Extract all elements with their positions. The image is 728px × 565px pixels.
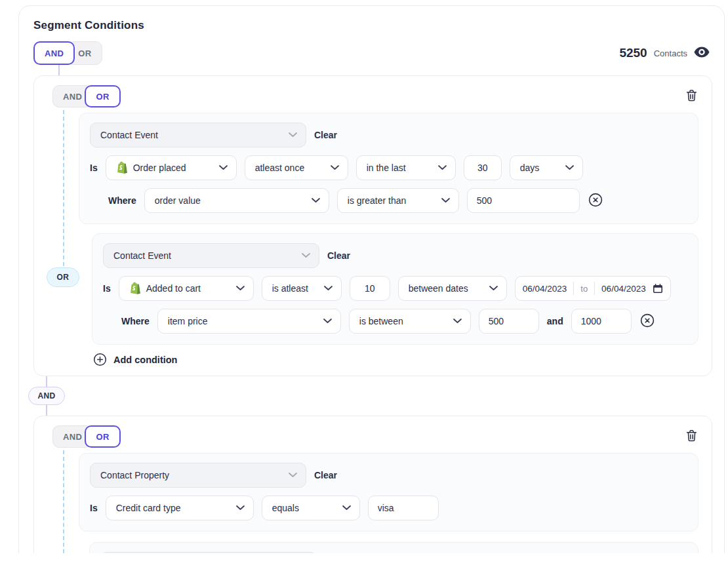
calendar-icon[interactable] (653, 283, 663, 294)
group-joiner: AND (28, 376, 65, 416)
root-operator-row: AND OR 5250 Contacts (33, 41, 712, 65)
chevron-down-icon (236, 505, 245, 511)
condition1-type-row: Contact Event Clear (90, 123, 687, 147)
date-from-value[interactable]: 06/04/2023 (523, 284, 567, 294)
condition1-where-property-select[interactable]: order value (144, 188, 329, 213)
joiner-line-bottom (46, 405, 47, 416)
condition2-where-property-select[interactable]: item price (157, 309, 341, 334)
condition1-remove-where-button[interactable] (588, 192, 603, 210)
where-label: Where (121, 316, 150, 326)
condition2-remove-where-button[interactable] (639, 313, 655, 330)
chevron-down-icon (441, 198, 450, 203)
is-label: Is (90, 503, 98, 513)
chevron-down-icon (453, 319, 462, 324)
shopify-icon (129, 282, 140, 295)
condition2-where-max-input[interactable] (571, 309, 632, 334)
condition-card-3: Contact Property Clear Is Credit card ty… (79, 453, 698, 532)
condition1-timeframe-unit-select[interactable]: days (510, 155, 583, 180)
condition1-event-row: Is Order placed atleast once in the la (90, 155, 687, 180)
add-condition-button[interactable]: Add condition (93, 353, 700, 366)
preview-contacts-button[interactable] (694, 47, 710, 60)
group-joiner-badge: AND (28, 387, 64, 405)
root-group-connector (58, 65, 60, 75)
condition3-value-input[interactable] (368, 496, 439, 520)
group2-delete-button[interactable] (686, 429, 697, 444)
condition-card-1: Contact Event Clear Is Order placed (79, 113, 698, 224)
chevron-down-icon (324, 286, 333, 291)
condition-group-2: AND OR Contact Property Clear Is (33, 416, 712, 565)
shopify-icon (116, 161, 127, 174)
is-label: Is (90, 163, 98, 173)
page-title: Segment Conditions (33, 19, 712, 32)
is-label: Is (103, 283, 111, 294)
condition1-where-comparator-select[interactable]: is greater than (337, 188, 459, 213)
condition2-type-select[interactable]: Contact Event (103, 243, 319, 268)
group2-operator-toggle: AND OR (52, 425, 121, 448)
condition2-where-min-input[interactable] (479, 309, 539, 334)
eye-icon (694, 47, 710, 60)
chevron-down-icon (489, 286, 498, 291)
trash-icon (686, 89, 697, 104)
condition2-date-range[interactable]: 06/04/2023 to 06/04/2023 (515, 276, 671, 301)
condition2-where-comparator-select[interactable]: is between (349, 309, 471, 334)
chevron-down-icon (219, 165, 228, 170)
condition1-timeframe-select[interactable]: in the last (356, 155, 456, 180)
root-operator-toggle: AND OR (33, 41, 102, 65)
condition2-clear-button[interactable]: Clear (327, 250, 350, 261)
root-and-button[interactable]: AND (33, 41, 75, 65)
remove-circle-icon (588, 192, 603, 210)
chevron-down-icon (342, 505, 351, 511)
condition2-timeframe-select[interactable]: between dates (398, 276, 507, 301)
group1-operator-toggle: AND OR (52, 85, 121, 107)
condition2-occurrence-value-input[interactable] (350, 276, 390, 301)
condition2-where-row: Where item price is between and (103, 309, 687, 334)
condition1-event-select[interactable]: Order placed (106, 155, 237, 180)
contacts-count: 5250 (619, 46, 647, 60)
date-range-divider (594, 282, 595, 295)
group2-header: AND OR (34, 424, 700, 448)
condition2-event-select[interactable]: Added to cart (119, 276, 254, 301)
date-to-value[interactable]: 06/04/2023 (601, 284, 646, 294)
chevron-down-icon (331, 165, 339, 170)
contacts-label: Contacts (654, 49, 687, 58)
chevron-down-icon (565, 165, 574, 170)
condition3-comparator-select[interactable]: equals (262, 496, 360, 520)
condition3-property-row: Is Credit card type equals (90, 496, 687, 520)
chevron-down-icon (289, 132, 297, 138)
and-join-label: and (547, 316, 563, 326)
condition-group-1: OR AND OR Contact Event Clear (33, 75, 712, 376)
chevron-down-icon (438, 165, 447, 170)
group2-or-button[interactable]: OR (85, 425, 120, 448)
condition3-clear-button[interactable]: Clear (314, 470, 337, 480)
group1-delete-button[interactable] (686, 89, 697, 104)
condition1-type-select[interactable]: Contact Event (90, 123, 306, 147)
condition1-where-value-input[interactable] (467, 188, 580, 213)
group1-or-badge: OR (47, 267, 79, 287)
group1-or-button[interactable]: OR (85, 85, 120, 107)
group1-header: AND OR (34, 84, 700, 107)
condition3-type-select[interactable]: Contact Property (90, 463, 306, 488)
condition1-timeframe-value-input[interactable] (464, 155, 502, 180)
contacts-summary: 5250 Contacts (619, 46, 712, 60)
condition3-property-select[interactable]: Credit card type (106, 496, 254, 520)
trash-icon (686, 429, 697, 444)
viewport-crop-mask (0, 553, 728, 565)
chevron-down-icon (289, 473, 297, 478)
condition2-type-row: Contact Event Clear (103, 243, 687, 268)
group2-dashed-connector (63, 450, 64, 565)
group1-dashed-connector (63, 110, 64, 279)
where-label: Where (108, 195, 136, 206)
condition1-occurrence-select[interactable]: atleast once (245, 155, 348, 180)
joiner-line-top (46, 376, 47, 387)
remove-circle-icon (639, 313, 655, 330)
condition1-clear-button[interactable]: Clear (314, 130, 337, 140)
chevron-down-icon (302, 253, 310, 258)
segment-builder-panel: Segment Conditions AND OR 5250 Contacts … (18, 5, 725, 565)
date-range-divider (573, 282, 574, 295)
add-condition-label: Add condition (113, 355, 177, 365)
chevron-down-icon (236, 286, 245, 291)
condition1-where-row: Where order value is greater than (90, 188, 687, 213)
date-range-to-label: to (580, 284, 588, 294)
condition2-occurrence-select[interactable]: is atleast (262, 276, 342, 301)
condition-card-2: Contact Event Clear Is Added to cart (92, 233, 698, 345)
